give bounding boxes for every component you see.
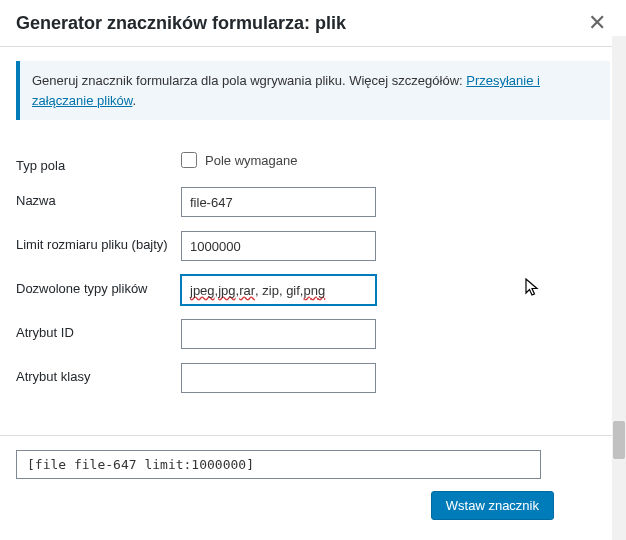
label-size-limit: Limit rozmiaru pliku (bajty) [16,231,181,252]
insert-tag-button[interactable]: Wstaw znacznik [431,491,554,520]
modal-title: Generator znaczników formularza: plik [16,13,346,34]
required-checkbox[interactable] [181,152,197,168]
scrollbar-vertical-bottom[interactable] [612,420,626,540]
required-checkbox-text: Pole wymagane [205,153,298,168]
required-checkbox-label[interactable]: Pole wymagane [181,152,610,168]
row-allowed-types: Dozwolone typy plików jpeg, jpg, rar, zi… [16,275,610,305]
info-text-after: . [132,93,136,108]
label-name: Nazwa [16,187,181,208]
info-box: Generuj znacznik formularza dla pola wgr… [16,61,610,120]
row-field-type: Typ pola Pole wymagane [16,152,610,173]
row-name: Nazwa [16,187,610,217]
label-field-type: Typ pola [16,152,181,173]
label-class: Atrybut klasy [16,363,181,384]
bottom-area: Wstaw znacznik [0,435,626,540]
id-input[interactable] [181,319,376,349]
scroll-thumb[interactable] [613,421,625,459]
close-button[interactable]: ✕ [584,8,610,38]
row-size-limit: Limit rozmiaru pliku (bajty) [16,231,610,261]
form-area: Typ pola Pole wymagane Nazwa Limit rozmi… [0,134,626,427]
row-class: Atrybut klasy [16,363,610,393]
code-output[interactable] [16,450,541,479]
name-input[interactable] [181,187,376,217]
allowed-types-input[interactable]: jpeg, jpg, rar, zip, gif, png [181,275,376,305]
row-id: Atrybut ID [16,319,610,349]
close-icon: ✕ [588,10,606,35]
label-id: Atrybut ID [16,319,181,340]
info-text-before: Generuj znacznik formularza dla pola wgr… [32,73,466,88]
class-input[interactable] [181,363,376,393]
modal-header: Generator znaczników formularza: plik ✕ [0,0,626,47]
label-allowed-types: Dozwolone typy plików [16,275,181,296]
size-limit-input[interactable] [181,231,376,261]
scrollbar-vertical-main[interactable] [612,36,626,420]
